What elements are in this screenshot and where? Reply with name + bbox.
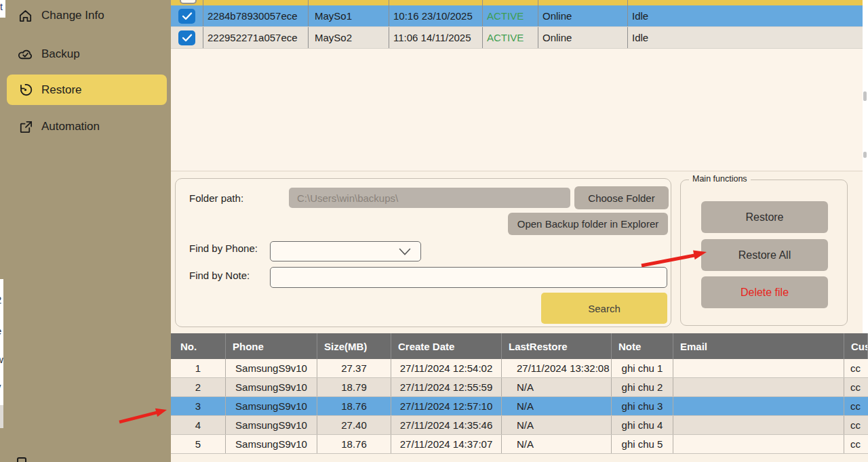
device-connection: Online (538, 27, 628, 48)
column-header: Size(MB) (317, 333, 391, 359)
header-cell (389, 0, 483, 5)
device-row-selected[interactable]: 2284b78930057ece MaySo1 10:16 23/10/2025… (171, 5, 863, 27)
backup-row[interactable]: 2 SamsungS9v10 18.79 27/11/2024 12:55:59… (171, 378, 868, 397)
cell-size: 27.40 (317, 416, 391, 434)
row-checkbox[interactable] (178, 30, 195, 45)
fragment-text: e (0, 325, 1, 337)
cell-note: ghi chu 4 (612, 416, 673, 434)
header-cell (538, 0, 628, 5)
home-icon (18, 8, 33, 24)
device-status: ACTIVE (483, 5, 538, 26)
main-functions-legend: Main functions (689, 174, 751, 184)
cell-phone: SamsungS9v10 (226, 416, 317, 434)
check-icon (182, 33, 193, 43)
search-button[interactable]: Search (541, 293, 667, 324)
checkbox-cell (171, 27, 203, 48)
device-state: Idle (628, 27, 863, 48)
delete-file-button[interactable]: Delete file (701, 276, 828, 308)
cell-phone: SamsungS9v10 (226, 378, 317, 396)
scrollbar-mark (863, 91, 867, 101)
cell-create-date: 27/11/2024 12:57:10 (391, 397, 502, 415)
cell-no: 1 (171, 359, 226, 377)
restore-button[interactable]: Restore (701, 201, 828, 233)
cell-phone: SamsungS9v10 (226, 359, 317, 377)
sidebar-item-automation[interactable]: Automation (7, 111, 167, 142)
cell-create-date: 27/11/2024 12:55:59 (391, 378, 502, 396)
select-all-checkbox[interactable] (180, 0, 197, 4)
cell-cus: cc (844, 378, 868, 396)
fragment-text: v (0, 381, 1, 392)
folder-path-input (289, 188, 570, 208)
device-id: 222952271a057ece (203, 27, 309, 48)
sidebar-item-label: Change Info (41, 9, 104, 22)
fragment-text: w (0, 354, 3, 365)
window-edge-strip (863, 0, 868, 333)
row-checkbox[interactable] (178, 9, 195, 24)
cell-create-date: 27/11/2024 14:35:46 (391, 416, 502, 434)
main-content: 2284b78930057ece MaySo1 10:16 23/10/2025… (171, 0, 868, 462)
backup-row[interactable]: 1 SamsungS9v10 27.37 27/11/2024 12:54:02… (171, 359, 868, 378)
sidebar-item-backup[interactable]: Backup (7, 39, 167, 70)
cell-last-restore: N/A (502, 435, 612, 453)
cell-last-restore: 27/11/2024 13:32:08 (502, 359, 612, 377)
cell-cus: cc (844, 397, 868, 415)
cell-email (673, 378, 844, 396)
sidebar-item-change-info[interactable]: Change Info (7, 0, 167, 31)
device-state: Idle (628, 5, 863, 26)
background-window-fragment (0, 405, 3, 428)
checkbox-cell (171, 5, 203, 26)
device-row[interactable]: 222952271a057ece MaySo2 11:06 14/11/2025… (171, 27, 863, 49)
fragment-text: t (0, 1, 3, 12)
cell-phone: SamsungS9v10 (226, 397, 317, 415)
cell-note: ghi chu 1 (612, 359, 673, 377)
restore-all-button[interactable]: Restore All (701, 239, 828, 271)
background-window-fragment: t (0, 0, 5, 18)
column-header: Email (673, 333, 844, 359)
cell-last-restore: N/A (502, 378, 612, 396)
header-cell (483, 0, 538, 5)
backup-table: No. Phone Size(MB) Create Date LastResto… (171, 333, 868, 454)
device-connection: Online (538, 5, 628, 26)
backup-row[interactable]: 5 SamsungS9v10 18.76 27/11/2024 14:37:07… (171, 435, 868, 454)
find-by-note-label: Find by Note: (189, 270, 250, 281)
column-header: Cus (844, 333, 868, 359)
backup-row-selected[interactable]: 3 SamsungS9v10 18.76 27/11/2024 12:57:10… (171, 397, 868, 416)
choose-folder-button[interactable]: Choose Folder (574, 186, 669, 209)
cell-size: 18.76 (317, 435, 391, 453)
cloud-backup-icon (18, 47, 33, 62)
device-table-header (171, 0, 863, 5)
chevron-down-icon (399, 248, 411, 256)
column-header: LastRestore (502, 333, 612, 359)
header-cell (203, 0, 309, 5)
find-by-note-input[interactable] (270, 267, 667, 288)
backup-row[interactable]: 4 SamsungS9v10 27.40 27/11/2024 14:35:46… (171, 416, 868, 435)
cell-create-date: 27/11/2024 12:54:02 (391, 359, 502, 377)
cell-size: 18.76 (317, 397, 391, 415)
column-header: Phone (226, 333, 317, 359)
cell-size: 27.37 (317, 359, 391, 377)
device-table-empty-area (171, 49, 863, 171)
restore-controls-panel: Folder path: Choose Folder Open Backup f… (175, 178, 671, 327)
folder-path-label: Folder path: (189, 192, 243, 204)
cell-last-restore: N/A (502, 416, 612, 434)
main-functions-panel: Main functions Restore Restore All Delet… (680, 180, 848, 326)
sidebar-item-label: Backup (41, 47, 80, 61)
cell-cus: cc (844, 435, 868, 453)
find-by-phone-select[interactable] (270, 241, 421, 261)
cell-no: 5 (171, 435, 226, 453)
column-header: No. (171, 333, 226, 359)
scrollbar-mark (863, 152, 867, 158)
cell-email (673, 397, 844, 415)
sidebar-item-label: Automation (41, 120, 100, 133)
device-id: 2284b78930057ece (203, 5, 309, 26)
header-cell (628, 0, 863, 5)
backup-table-header: No. Phone Size(MB) Create Date LastResto… (171, 333, 868, 359)
cell-cus: cc (844, 359, 868, 377)
open-backup-folder-button[interactable]: Open Backup folder in Explorer (508, 213, 668, 235)
sidebar-item-restore[interactable]: Restore (7, 75, 167, 105)
cell-size: 18.79 (317, 378, 391, 396)
cell-note: ghi chu 5 (612, 435, 673, 453)
cell-last-restore: N/A (502, 397, 612, 415)
device-table: 2284b78930057ece MaySo1 10:16 23/10/2025… (171, 0, 863, 49)
sidebar: Change Info Backup Restore Automation (0, 0, 171, 462)
